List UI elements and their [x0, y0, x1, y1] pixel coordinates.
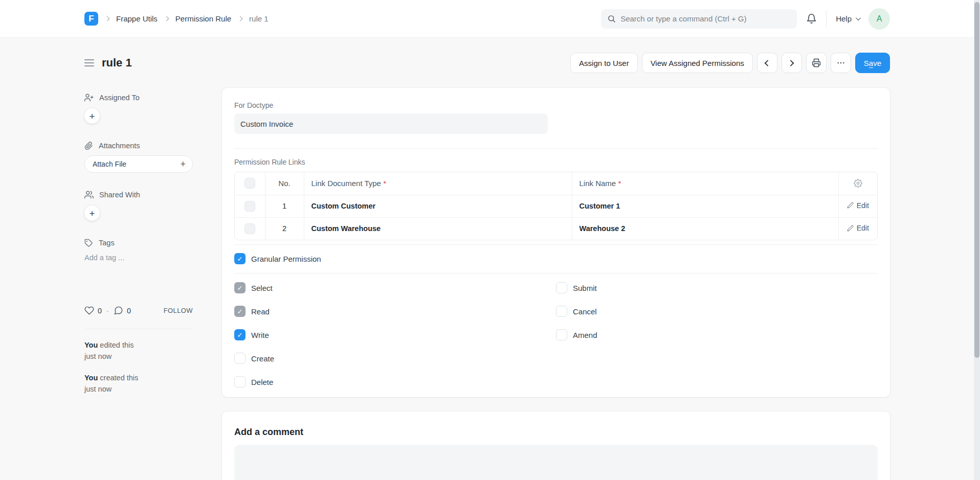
section-divider	[234, 244, 878, 245]
row-number: 1	[265, 195, 304, 217]
submit-checkbox[interactable]	[556, 282, 567, 293]
create-label: Create	[251, 354, 274, 363]
comment-input[interactable]	[234, 445, 878, 480]
form-card: For Doctype Permission Rule Links No. Li…	[222, 88, 890, 397]
permission-row-submit: Submit	[556, 282, 878, 293]
next-document-button[interactable]	[782, 53, 802, 73]
breadcrumb-item-permission-rule[interactable]: Permission Rule	[175, 14, 231, 23]
row-number: 2	[265, 217, 304, 240]
table-header-row: No. Link Document Type * Link Name *	[235, 172, 877, 195]
attachments-section: Attachments	[84, 140, 193, 151]
paperclip-icon	[84, 142, 93, 150]
users-icon	[84, 190, 94, 199]
dot-separator: ·	[106, 307, 109, 315]
help-menu[interactable]: Help	[836, 14, 859, 23]
activity-entry: You edited this just now	[84, 339, 193, 362]
table-row[interactable]: 1 Custom Customer Customer 1 Edit	[235, 195, 877, 217]
breadcrumb: F Frappe Utils Permission Rule rule 1	[84, 12, 269, 26]
permission-row-delete: Delete	[234, 376, 556, 387]
activity-entry: You created this just now	[84, 372, 193, 395]
permissions-grid: Select Read Write Create	[234, 282, 878, 387]
section-divider	[234, 273, 878, 273]
tags-label: Tags	[99, 239, 115, 247]
delete-checkbox[interactable]	[234, 376, 246, 387]
assigned-to-label: Assigned To	[99, 94, 140, 102]
granular-permission-row: Granular Permission	[234, 253, 878, 264]
view-assigned-permissions-button[interactable]: View Assigned Permissions	[642, 53, 753, 73]
more-actions-button[interactable]	[831, 53, 851, 73]
tags-section: Tags	[84, 237, 193, 248]
attachments-label: Attachments	[99, 142, 140, 150]
amend-label: Amend	[573, 331, 597, 339]
save-button[interactable]: Save	[855, 53, 890, 73]
add-assignment-button[interactable]: +	[84, 108, 100, 124]
comment-bubble-icon[interactable]	[114, 306, 123, 315]
global-search[interactable]	[601, 9, 797, 29]
search-icon	[607, 14, 616, 23]
pencil-icon	[847, 225, 854, 232]
notifications-button[interactable]	[806, 13, 817, 24]
select-label: Select	[251, 284, 273, 292]
activity-user: You	[84, 341, 98, 349]
gear-icon[interactable]	[839, 179, 878, 188]
ellipsis-icon	[836, 58, 845, 67]
section-divider	[234, 148, 878, 149]
required-mark: *	[383, 179, 386, 188]
heart-icon[interactable]	[84, 306, 94, 315]
cancel-label: Cancel	[573, 307, 597, 316]
permission-row-amend: Amend	[556, 329, 878, 340]
read-label: Read	[251, 307, 270, 316]
help-label: Help	[836, 14, 852, 23]
print-button[interactable]	[806, 53, 827, 73]
amend-checkbox[interactable]	[556, 329, 567, 340]
prev-document-button[interactable]	[757, 53, 777, 73]
row-checkbox[interactable]	[244, 223, 255, 234]
add-share-button[interactable]: +	[84, 205, 100, 221]
link-document-type-cell[interactable]: Custom Customer	[304, 195, 572, 217]
permission-row-select: Select	[234, 282, 556, 293]
shared-with-label: Shared With	[99, 191, 140, 199]
search-input[interactable]	[620, 14, 791, 23]
activity-action: edited this	[98, 341, 133, 349]
granular-permission-checkbox[interactable]	[234, 253, 246, 264]
write-checkbox[interactable]	[234, 329, 246, 340]
for-doctype-field[interactable]	[234, 113, 548, 134]
breadcrumb-item-frappe-utils[interactable]: Frappe Utils	[116, 14, 158, 23]
row-edit-button[interactable]: Edit	[847, 201, 869, 210]
chevron-right-icon	[105, 16, 110, 21]
submit-label: Submit	[573, 284, 597, 292]
delete-label: Delete	[251, 378, 273, 386]
reactions-row: 0 · 0 FOLLOW	[84, 306, 193, 315]
breadcrumb-item-current: rule 1	[249, 14, 269, 23]
link-name-cell[interactable]: Warehouse 2	[572, 217, 838, 240]
bell-icon	[806, 13, 817, 24]
row-checkbox[interactable]	[244, 201, 255, 212]
read-checkbox[interactable]	[234, 306, 246, 317]
menu-icon[interactable]	[84, 58, 94, 67]
permission-row-write: Write	[234, 329, 556, 340]
link-name-cell[interactable]: Customer 1	[572, 195, 838, 217]
assigned-to-section: Assigned To	[84, 92, 193, 103]
page-head: rule 1 Assign to User View Assigned Perm…	[84, 38, 890, 88]
row-edit-button[interactable]: Edit	[847, 224, 869, 232]
cancel-checkbox[interactable]	[556, 306, 567, 317]
table-row[interactable]: 2 Custom Warehouse Warehouse 2 Edit	[235, 217, 877, 240]
follow-button[interactable]: FOLLOW	[164, 307, 193, 314]
select-checkbox[interactable]	[234, 282, 246, 293]
avatar[interactable]: A	[868, 8, 890, 30]
form-main: For Doctype Permission Rule Links No. Li…	[222, 88, 890, 480]
navbar: F Frappe Utils Permission Rule rule 1 He…	[0, 0, 980, 38]
create-checkbox[interactable]	[234, 353, 246, 364]
comment-card: Add a comment	[222, 412, 890, 480]
chevron-right-icon	[788, 60, 794, 66]
assign-to-user-button[interactable]: Assign to User	[570, 53, 638, 73]
pencil-icon	[847, 202, 854, 209]
tag-icon	[84, 239, 93, 247]
frappe-logo-icon[interactable]: F	[84, 12, 98, 26]
add-tag-input[interactable]: Add a tag ...	[84, 254, 193, 262]
attach-file-button[interactable]: Attach File +	[84, 155, 193, 173]
scrollbar-thumb[interactable]	[974, 2, 979, 358]
activity-time: just now	[84, 385, 112, 393]
link-document-type-cell[interactable]: Custom Warehouse	[304, 217, 572, 240]
select-all-checkbox[interactable]	[244, 178, 255, 189]
